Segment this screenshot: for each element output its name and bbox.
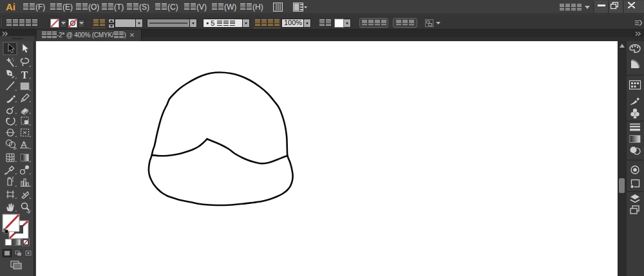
svg-text:T: T xyxy=(21,69,28,80)
